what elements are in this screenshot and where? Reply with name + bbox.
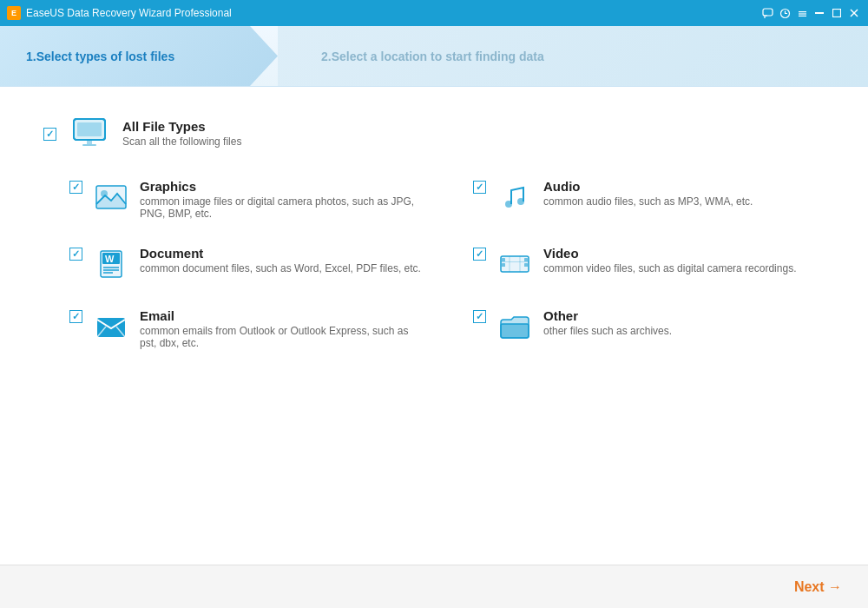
svg-point-17 xyxy=(505,201,512,208)
footer: Next → xyxy=(0,565,868,608)
file-type-email: Email common emails from Outlook or Outl… xyxy=(69,308,421,349)
next-button[interactable]: Next → xyxy=(794,579,842,595)
settings-icon[interactable] xyxy=(795,6,809,20)
video-icon xyxy=(496,246,533,282)
svg-point-18 xyxy=(517,198,524,205)
wizard-step-1: 1.Select types of lost files xyxy=(0,26,278,86)
audio-checkbox[interactable] xyxy=(473,181,486,194)
file-types-grid: Graphics common image files or digital c… xyxy=(69,179,825,349)
restore-button[interactable] xyxy=(830,6,844,20)
close-button[interactable] xyxy=(847,6,861,20)
other-desc: other files such as archives. xyxy=(543,325,672,337)
all-file-types-desc: Scan all the following files xyxy=(122,135,241,148)
wizard-step-2: 2.Select a location to start finding dat… xyxy=(278,26,868,86)
email-desc: common emails from Outlook or Outlook Ex… xyxy=(140,325,421,349)
svg-rect-0 xyxy=(763,9,773,16)
document-icon: W xyxy=(93,246,129,282)
document-info: Document common document files, such as … xyxy=(140,246,421,274)
svg-rect-3 xyxy=(799,13,806,14)
title-bar: E EaseUS Data Recovery Wizard Profession… xyxy=(0,0,868,26)
other-title: Other xyxy=(543,308,672,323)
video-checkbox[interactable] xyxy=(473,248,486,261)
svg-rect-34 xyxy=(501,324,529,338)
audio-title: Audio xyxy=(543,179,753,194)
all-file-types-info: All File Types Scan all the following fi… xyxy=(122,119,241,148)
graphics-checkbox[interactable] xyxy=(69,181,82,194)
other-info: Other other files such as archives. xyxy=(543,308,672,337)
svg-rect-2 xyxy=(799,11,806,12)
file-type-other: Other other files such as archives. xyxy=(473,308,825,349)
email-checkbox[interactable] xyxy=(69,310,82,323)
app-icon: E xyxy=(7,6,21,20)
file-type-video: Video common video files, such as digita… xyxy=(473,246,825,282)
audio-info: Audio common audio files, such as MP3, W… xyxy=(543,179,753,208)
other-icon xyxy=(496,308,533,345)
audio-desc: common audio files, such as MP3, WMA, et… xyxy=(543,195,753,208)
svg-rect-11 xyxy=(77,122,102,136)
minimize-button[interactable] xyxy=(812,6,826,20)
all-file-types-title: All File Types xyxy=(122,119,241,134)
svg-rect-4 xyxy=(799,15,806,16)
graphics-info: Graphics common image files or digital c… xyxy=(140,179,421,220)
svg-rect-5 xyxy=(815,12,824,14)
video-info: Video common video files, such as digita… xyxy=(543,246,796,274)
file-type-graphics: Graphics common image files or digital c… xyxy=(69,179,421,220)
video-title: Video xyxy=(543,246,796,261)
all-file-types-icon xyxy=(69,113,109,153)
email-info: Email common emails from Outlook or Outl… xyxy=(140,308,421,349)
step1-label: 1.Select types of lost files xyxy=(26,50,174,63)
audio-icon xyxy=(496,179,533,215)
other-checkbox[interactable] xyxy=(473,310,486,323)
document-checkbox[interactable] xyxy=(69,248,82,261)
graphics-icon xyxy=(93,179,129,215)
svg-text:W: W xyxy=(105,254,115,264)
svg-rect-26 xyxy=(502,258,505,261)
svg-rect-27 xyxy=(502,263,505,267)
email-icon xyxy=(93,308,129,345)
file-type-document: W Document common document files, such a… xyxy=(69,246,421,282)
all-file-types-checkbox[interactable] xyxy=(43,128,56,141)
step2-label: 2.Select a location to start finding dat… xyxy=(321,50,544,63)
chat-icon[interactable] xyxy=(760,6,774,20)
video-desc: common video files, such as digital came… xyxy=(543,262,796,274)
title-bar-left: E EaseUS Data Recovery Wizard Profession… xyxy=(7,6,232,20)
file-type-audio: Audio common audio files, such as MP3, W… xyxy=(473,179,825,220)
graphics-desc: common image files or digital camera pho… xyxy=(140,195,421,220)
all-file-types-row: All File Types Scan all the following fi… xyxy=(43,113,825,153)
email-title: Email xyxy=(140,308,421,323)
app-title: EaseUS Data Recovery Wizard Professional xyxy=(26,7,232,19)
svg-rect-29 xyxy=(524,263,528,267)
svg-rect-28 xyxy=(524,258,528,261)
all-file-types-checkbox-wrap xyxy=(43,126,56,141)
svg-rect-13 xyxy=(82,144,96,146)
svg-rect-6 xyxy=(833,10,841,17)
history-icon[interactable] xyxy=(778,6,792,20)
document-desc: common document files, such as Word, Exc… xyxy=(140,262,421,274)
graphics-title: Graphics xyxy=(140,179,421,194)
document-title: Document xyxy=(140,246,421,261)
wizard-header: 1.Select types of lost files 2.Select a … xyxy=(0,26,868,87)
main-content: All File Types Scan all the following fi… xyxy=(0,87,868,375)
title-bar-controls xyxy=(760,6,861,20)
